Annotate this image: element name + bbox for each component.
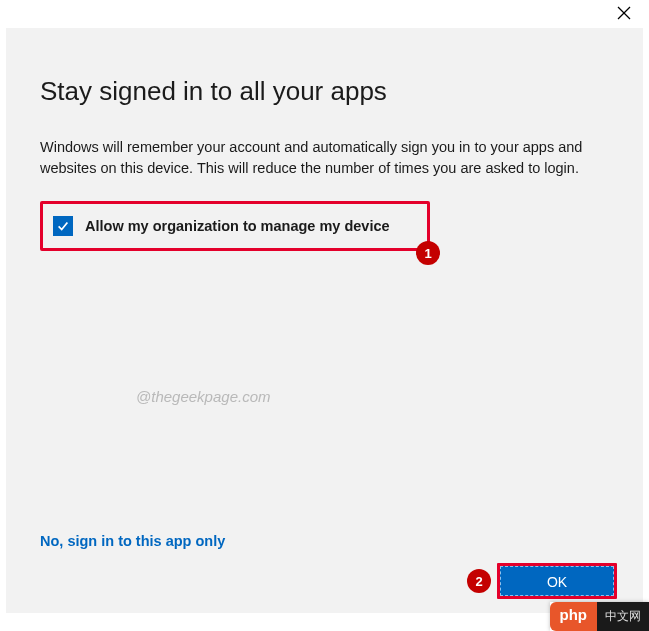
close-icon — [617, 6, 631, 20]
titlebar — [0, 0, 649, 28]
ok-button[interactable]: OK — [500, 566, 614, 596]
annotation-badge-1: 1 — [416, 241, 440, 265]
dialog-title: Stay signed in to all your apps — [40, 76, 609, 107]
checkbox-row-highlight: Allow my organization to manage my devic… — [40, 201, 430, 251]
source-badge: php 中文网 — [550, 602, 650, 631]
annotation-badge-2: 2 — [467, 569, 491, 593]
ok-button-highlight: OK — [497, 563, 617, 599]
source-badge-left: php — [550, 602, 598, 631]
source-badge-right: 中文网 — [597, 602, 649, 631]
signin-app-only-link[interactable]: No, sign in to this app only — [40, 533, 225, 549]
allow-manage-checkbox[interactable] — [53, 216, 73, 236]
watermark-text: @thegeekpage.com — [136, 388, 270, 405]
allow-manage-label: Allow my organization to manage my devic… — [85, 218, 390, 234]
dialog-description: Windows will remember your account and a… — [40, 137, 609, 179]
dialog-panel: Stay signed in to all your apps Windows … — [6, 28, 643, 613]
close-button[interactable] — [617, 6, 631, 20]
checkmark-icon — [56, 219, 70, 233]
